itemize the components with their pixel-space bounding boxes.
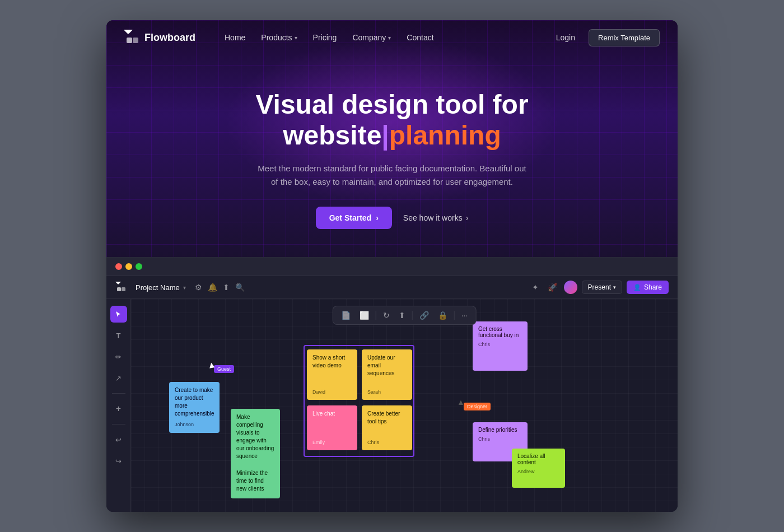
canvas-toolbar: 📄 ⬜ ↻ ⬆ 🔗 🔒 ··· <box>333 306 477 325</box>
logo: Flowboard <box>124 30 195 45</box>
svg-rect-3 <box>115 282 122 284</box>
share-button[interactable]: 👤 Share <box>627 281 669 294</box>
pen-tool[interactable]: ✏ <box>110 348 127 365</box>
canvas[interactable]: 📄 ⬜ ↻ ⬆ 🔗 🔒 ··· Guest ▲ Create to make o <box>131 299 678 512</box>
sticky-show-video[interactable]: Show a short video demo David <box>307 349 357 400</box>
toolbar-right: ✦ 🚀 Present ▾ 👤 Share <box>530 281 669 294</box>
designer-cursor-label: Designer <box>464 403 491 410</box>
hero-section: Flowboard Home Products ▾ Pricing Compan… <box>106 20 678 257</box>
hero-buttons: Get Started › See how it works › <box>129 207 655 229</box>
toolbar-divider <box>412 311 413 320</box>
project-name-button[interactable]: Project Name ▾ <box>136 283 186 292</box>
guest-cursor-arrow: ▲ <box>207 360 217 371</box>
search-icon[interactable]: 🔍 <box>235 283 245 292</box>
svg-rect-2 <box>133 38 138 43</box>
arrow-right-icon: › <box>376 213 379 222</box>
sticky-live-chat[interactable]: Live chat Emily <box>307 405 357 450</box>
arrow-tool[interactable]: ↗ <box>110 370 127 386</box>
logo-icon <box>124 30 140 45</box>
sticky-minimize-time[interactable]: Minimize the time to find new clients <box>231 465 280 498</box>
chevron-down-icon: ▾ <box>388 35 391 41</box>
nav-pricing[interactable]: Pricing <box>306 30 344 45</box>
remix-template-button[interactable]: Remix Template <box>589 29 660 46</box>
cursor-tool[interactable] <box>110 306 127 323</box>
sticky-update-email[interactable]: Update our email sequences Sarah <box>362 349 412 400</box>
toolbar-divider <box>112 393 125 394</box>
chevron-right-icon: › <box>466 213 469 222</box>
magic-icon[interactable]: ✦ <box>530 281 541 294</box>
chevron-down-icon: ▾ <box>295 35 297 41</box>
see-how-button[interactable]: See how it works › <box>403 213 469 222</box>
app-toolbar: Project Name ▾ ⚙ 🔔 ⬆ 🔍 ✦ 🚀 Present ▾ 👤 <box>106 276 678 299</box>
sticky-localize-content[interactable]: Localize all content Andrew <box>512 449 565 488</box>
link-icon[interactable]: 🔗 <box>417 310 431 321</box>
chevron-down-icon: ▾ <box>613 284 616 290</box>
rotate-icon[interactable]: ↻ <box>381 310 392 321</box>
designer-cursor-arrow: ▲ <box>457 398 465 407</box>
present-button[interactable]: Present ▾ <box>582 281 622 294</box>
nav-home[interactable]: Home <box>218 30 252 45</box>
doc-icon[interactable]: 📄 <box>339 310 353 321</box>
svg-rect-1 <box>127 38 132 43</box>
lock-icon[interactable]: 🔒 <box>436 310 450 321</box>
maximize-button[interactable] <box>136 263 142 270</box>
svg-rect-0 <box>124 30 133 34</box>
toolbar-divider <box>112 424 125 424</box>
nav-products[interactable]: Products ▾ <box>254 30 304 45</box>
undo-tool[interactable]: ↩ <box>110 431 127 448</box>
login-button[interactable]: Login <box>549 30 582 45</box>
get-started-button[interactable]: Get Started › <box>316 207 392 229</box>
sticky-create-product[interactable]: Create to make our product more comprehe… <box>169 382 220 433</box>
nav-actions: Login Remix Template <box>549 29 660 46</box>
close-button[interactable] <box>115 263 122 270</box>
chevron-down-icon: ▾ <box>183 284 186 291</box>
nav-links: Home Products ▾ Pricing Company ▾ Contac… <box>218 30 549 45</box>
toolbar-divider <box>454 311 455 320</box>
toolbar-divider <box>376 311 376 320</box>
text-tool[interactable]: T <box>110 327 127 344</box>
navbar: Flowboard Home Products ▾ Pricing Compan… <box>106 20 678 55</box>
settings-icon[interactable]: ⚙ <box>195 283 202 292</box>
minimize-button[interactable] <box>125 263 132 270</box>
sticky-cross-functional[interactable]: Get cross functional buy in Chris <box>473 321 528 371</box>
sticky-better-tools[interactable]: Create better tool tips Chris <box>362 405 412 450</box>
svg-rect-5 <box>122 287 125 291</box>
app-window: Project Name ▾ ⚙ 🔔 ⬆ 🔍 ✦ 🚀 Present ▾ 👤 <box>106 257 678 512</box>
window-titlebar <box>106 258 678 276</box>
canvas-area: T ✏ ↗ + ↩ ↪ 📄 ⬜ ↻ ⬆ 🔗 <box>106 299 678 512</box>
hero-content: Visual design tool for website|planning … <box>106 55 678 257</box>
bell-icon[interactable]: 🔔 <box>208 283 217 292</box>
more-icon[interactable]: ··· <box>459 310 470 321</box>
browser-window: Flowboard Home Products ▾ Pricing Compan… <box>106 20 678 512</box>
rocket-icon[interactable]: 🚀 <box>545 281 559 294</box>
user-avatar <box>564 281 577 294</box>
add-tool[interactable]: + <box>110 400 127 417</box>
redo-tool[interactable]: ↪ <box>110 452 127 469</box>
nav-contact[interactable]: Contact <box>400 30 440 45</box>
left-toolbar: T ✏ ↗ + ↩ ↪ <box>106 299 131 512</box>
share-icon: 👤 <box>633 284 641 291</box>
toolbar-icons: ⚙ 🔔 ⬆ 🔍 <box>195 283 245 292</box>
app-logo-icon <box>115 282 127 293</box>
nav-company[interactable]: Company ▾ <box>346 30 398 45</box>
hero-title: Visual design tool for website|planning <box>129 89 655 151</box>
frame-icon[interactable]: ⬜ <box>357 310 371 321</box>
export-icon[interactable]: ⬆ <box>396 310 408 321</box>
upload-icon[interactable]: ⬆ <box>223 283 230 292</box>
svg-rect-4 <box>117 287 121 291</box>
hero-subtitle: Meet the modern standard for public faci… <box>258 162 526 189</box>
